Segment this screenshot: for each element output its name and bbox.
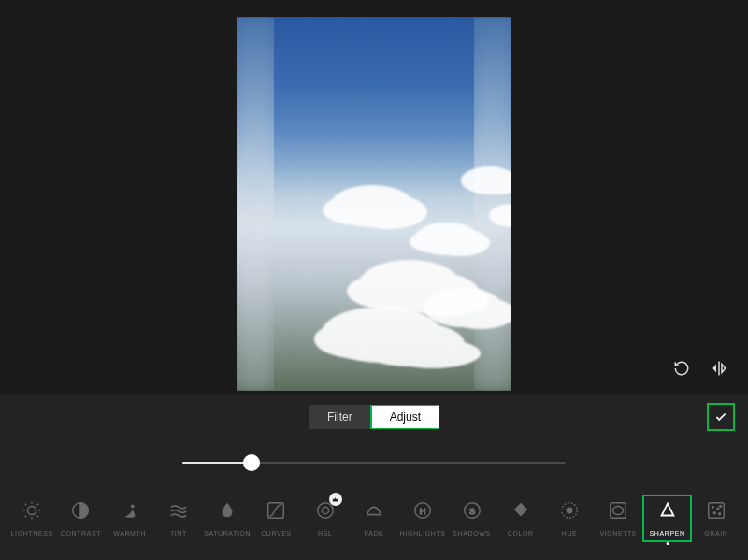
grain-icon — [706, 500, 726, 524]
tool-label: GRAIN — [704, 530, 727, 537]
highlights-icon: H — [412, 500, 433, 524]
tool-label: CONTRAST — [61, 530, 101, 537]
svg-point-1 — [28, 506, 36, 514]
shadows-icon: S — [462, 500, 482, 524]
flip-button[interactable] — [707, 356, 731, 381]
premium-badge — [329, 493, 342, 506]
svg-point-14 — [613, 506, 624, 514]
svg-point-17 — [717, 508, 719, 510]
svg-point-16 — [712, 506, 713, 508]
svg-point-12 — [567, 508, 572, 513]
tool-label: CURVES — [261, 530, 292, 537]
slider-fill — [182, 462, 252, 464]
canvas-area — [0, 0, 748, 394]
controls-panel: Filter Adjust LIGHTNESSCONTRASTWARMTHTIN… — [0, 394, 748, 560]
hue-icon — [559, 500, 580, 524]
vignette-icon — [608, 500, 628, 524]
svg-text:S: S — [468, 507, 474, 516]
tool-hue[interactable]: HUE — [545, 495, 594, 542]
tool-grain[interactable]: GRAIN — [692, 495, 741, 542]
svg-point-3 — [131, 505, 135, 509]
svg-point-19 — [719, 513, 721, 515]
image-preview[interactable] — [237, 17, 511, 391]
tool-color[interactable]: COLOR — [496, 495, 545, 542]
tint-icon — [168, 500, 189, 524]
tool-saturation[interactable]: SATURATION — [203, 495, 252, 542]
tool-lightness[interactable]: LIGHTNESS — [7, 495, 56, 542]
photo-editor: Filter Adjust LIGHTNESSCONTRASTWARMTHTIN… — [0, 0, 748, 560]
tool-warmth[interactable]: WARMTH — [106, 495, 154, 542]
flip-icon — [711, 360, 727, 377]
tool-label: HIGHLIGHTS — [400, 530, 446, 537]
reset-button[interactable] — [669, 356, 694, 381]
tool-label: HSL — [318, 530, 332, 537]
tool-label: FADE — [365, 530, 384, 537]
confirm-button[interactable] — [707, 403, 735, 431]
fade-icon — [364, 500, 384, 524]
lightness-icon — [22, 500, 42, 524]
tool-label: SHARPEN — [650, 530, 685, 537]
tool-label: TINT — [170, 530, 187, 537]
tool-label: COLOR — [508, 530, 534, 537]
tab-adjust[interactable]: Adjust — [371, 405, 439, 429]
color-icon — [511, 500, 531, 524]
tab-filter[interactable]: Filter — [309, 405, 371, 429]
svg-point-6 — [322, 507, 328, 513]
tool-label: HUE — [562, 530, 578, 537]
tool-highlights[interactable]: HHIGHLIGHTS — [398, 495, 447, 542]
canvas-tools — [669, 356, 731, 381]
curves-icon — [266, 500, 286, 524]
tool-contrast[interactable]: CONTRAST — [56, 495, 105, 542]
tool-label: SHADOWS — [453, 530, 490, 537]
tool-vignette[interactable]: VIGNETTE — [594, 495, 642, 542]
slider-thumb[interactable] — [243, 454, 260, 471]
sharpen-icon — [657, 500, 678, 524]
svg-point-5 — [317, 503, 333, 519]
tool-tint[interactable]: TINT — [154, 495, 203, 542]
svg-point-20 — [720, 506, 722, 508]
tool-label: WARMTH — [113, 530, 146, 537]
warmth-icon — [120, 500, 140, 524]
tool-label: LIGHTNESS — [11, 530, 53, 537]
check-icon — [714, 409, 727, 425]
tool-label: SATURATION — [204, 530, 251, 537]
svg-text:H: H — [420, 507, 426, 516]
mode-tabs: Filter Adjust — [309, 405, 439, 429]
contrast-icon — [70, 500, 91, 524]
tool-label: VIGNETTE — [599, 530, 637, 537]
tool-strip: LIGHTNESSCONTRASTWARMTHTINTSATURATIONCUR… — [0, 495, 748, 542]
tool-fade[interactable]: FADE — [350, 495, 398, 542]
saturation-icon — [217, 500, 237, 524]
tool-curves[interactable]: CURVES — [252, 495, 300, 542]
svg-rect-15 — [709, 503, 725, 519]
adjust-slider[interactable] — [182, 453, 566, 472]
reset-icon — [673, 360, 690, 377]
tool-sharpen[interactable]: SHARPEN — [642, 495, 691, 542]
svg-rect-0 — [718, 362, 720, 376]
tool-shadows[interactable]: SSHADOWS — [447, 495, 496, 542]
tool-hsl[interactable]: HSL — [301, 495, 350, 542]
svg-point-18 — [713, 512, 715, 514]
active-dot — [666, 542, 669, 545]
